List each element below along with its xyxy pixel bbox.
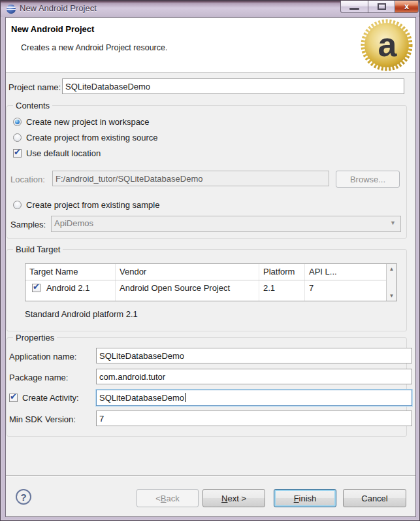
wizard-title: New Android Project: [11, 24, 94, 34]
check-icon: ✔: [14, 147, 21, 157]
column-platform[interactable]: Platform: [259, 264, 305, 280]
table-row[interactable]: ✔ Android 2.1 Android Open Source Projec…: [25, 280, 386, 301]
window-title: New Android Project: [20, 3, 97, 13]
radio-create-from-sample[interactable]: [13, 201, 22, 209]
column-target-name[interactable]: Target Name: [25, 264, 116, 280]
wizard-header: New Android Project Creates a new Androi…: [6, 18, 415, 73]
check-icon: ✔: [10, 392, 17, 401]
target-description: Standard Android platform 2.1: [25, 309, 138, 319]
next-button[interactable]: Next >: [202, 489, 265, 507]
help-icon: ?: [20, 492, 26, 503]
samples-dropdown: ApiDemos ▼: [51, 216, 401, 232]
scroll-up-icon[interactable]: ▲: [387, 266, 396, 272]
location-input: [52, 171, 329, 186]
min-sdk-label: Min SDK Version:: [9, 414, 76, 424]
table-header-row: Target Name Vendor Platform API L...: [25, 264, 386, 280]
check-icon: ✔: [33, 282, 40, 292]
create-activity-label[interactable]: Create Activity:: [22, 393, 79, 403]
back-label-mnemonic: B: [161, 494, 167, 503]
minimize-button[interactable]: [340, 1, 368, 13]
wizard-description: Creates a new Android Project resource.: [21, 43, 167, 52]
finish-label-mnemonic: F: [294, 494, 299, 503]
properties-legend: Properties: [13, 333, 57, 343]
eclipse-app-icon: [7, 5, 16, 14]
back-button: < Back: [137, 489, 199, 507]
titlebar[interactable]: New Android Project x: [1, 1, 419, 17]
column-vendor[interactable]: Vendor: [116, 264, 259, 280]
package-name-input[interactable]: [96, 369, 412, 384]
checkbox-use-default-location[interactable]: ✔: [13, 149, 22, 158]
next-label-mnemonic: N: [221, 494, 227, 503]
samples-label: Samples:: [10, 220, 46, 229]
checkbox-create-activity[interactable]: ✔: [9, 394, 18, 402]
scroll-down-icon[interactable]: ▼: [387, 293, 396, 299]
radio-create-in-workspace-label[interactable]: Create new project in workspace: [26, 117, 150, 127]
svg-text:a: a: [378, 25, 398, 63]
radio-create-in-workspace[interactable]: [13, 118, 22, 126]
cancel-label: Cancel: [361, 494, 387, 503]
close-button[interactable]: x: [395, 1, 419, 13]
application-name-input[interactable]: [96, 348, 412, 363]
contents-legend: Contents: [13, 101, 52, 110]
close-icon: x: [395, 1, 418, 11]
cell-platform: 2.1: [259, 280, 305, 301]
build-target-table: Target Name Vendor Platform API L... ✔ A…: [25, 263, 397, 301]
column-api-level[interactable]: API L...: [305, 264, 386, 280]
maximize-icon: [378, 3, 386, 10]
cell-api-level: 7: [305, 280, 386, 301]
table-scrollbar[interactable]: ▲ ▼: [386, 264, 396, 301]
radio-create-from-sample-label[interactable]: Create project from existing sample: [26, 200, 159, 210]
window-controls: x: [340, 1, 419, 13]
cell-target-name: Android 2.1: [46, 283, 90, 293]
back-label-pre: <: [155, 494, 161, 503]
text-caret: [185, 393, 186, 402]
samples-value: ApiDemos: [54, 218, 93, 228]
location-label: Location:: [10, 175, 45, 184]
cancel-button[interactable]: Cancel: [343, 489, 406, 507]
browse-button-label: Browse...: [350, 175, 385, 184]
min-sdk-input[interactable]: [96, 411, 412, 426]
radio-create-from-source-label[interactable]: Create project from existing source: [26, 133, 158, 143]
application-name-label: Application name:: [9, 352, 76, 361]
checkbox-use-default-location-label[interactable]: Use default location: [26, 148, 101, 158]
cell-vendor: Android Open Source Project: [116, 280, 259, 301]
project-name-label: Project name:: [8, 82, 61, 92]
minimize-icon: [349, 8, 359, 10]
new-android-project-dialog: New Android Project Creates a new Androi…: [5, 17, 416, 517]
maximize-button[interactable]: [368, 1, 395, 13]
window-frame: New Android Project x New Android Projec…: [0, 0, 420, 521]
back-label-post: ack: [167, 494, 180, 503]
project-name-input[interactable]: [62, 78, 404, 94]
browse-button: Browse...: [336, 171, 400, 188]
finish-label-post: inish: [299, 494, 317, 503]
next-label-post: ext >: [227, 494, 246, 503]
chevron-down-icon: ▼: [390, 220, 396, 226]
build-target-legend: Build Target: [13, 244, 63, 254]
finish-button[interactable]: Finish: [274, 489, 336, 507]
android-badge-icon: a: [360, 18, 413, 72]
help-button[interactable]: ?: [16, 489, 31, 505]
package-name-label: Package name:: [9, 373, 68, 382]
target-checkbox[interactable]: ✔: [32, 284, 40, 292]
create-activity-input[interactable]: SQLiteDatabaseDemo: [96, 390, 412, 406]
create-activity-value: SQLiteDatabaseDemo: [99, 393, 184, 403]
radio-create-from-source[interactable]: [13, 133, 22, 142]
footer-separator: [6, 475, 415, 477]
